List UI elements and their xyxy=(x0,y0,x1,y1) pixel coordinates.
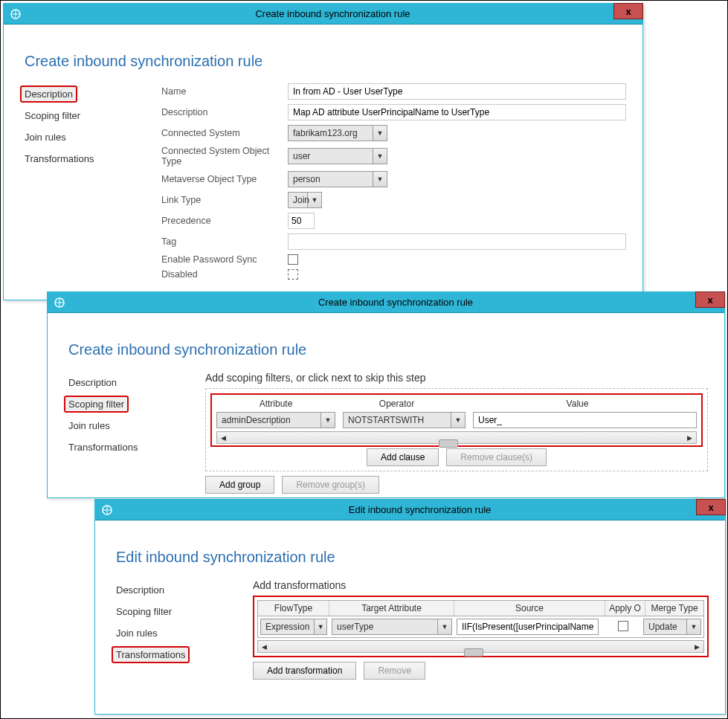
select-merge-type[interactable]: Update▼ xyxy=(643,619,701,635)
add-clause-button[interactable]: Add clause xyxy=(367,448,439,466)
add-transformation-button[interactable]: Add transformation xyxy=(253,662,356,680)
wizard-sidebar: Description Scoping filter Join rules Tr… xyxy=(20,83,161,284)
input-source[interactable] xyxy=(457,619,599,635)
col-target-attribute: Target Attribute xyxy=(329,601,454,616)
select-attribute[interactable]: adminDescription▼ xyxy=(216,412,335,428)
wizard-sidebar: Description Scoping filter Join rules Tr… xyxy=(112,579,253,680)
col-source: Source xyxy=(454,601,605,616)
label-name: Name xyxy=(161,86,288,97)
window-title: Create inbound synchronization rule xyxy=(23,8,642,19)
label-description: Description xyxy=(161,107,288,117)
sidebar-item-join-rules[interactable]: Join rules xyxy=(112,625,162,642)
window-edit-rule-transformations: Edit inbound synchronization rule x Edit… xyxy=(94,499,726,715)
col-flowtype: FlowType xyxy=(258,601,329,616)
window-create-rule-description: Create inbound synchronization rule x Cr… xyxy=(3,3,643,300)
sidebar-item-transformations[interactable]: Transformations xyxy=(20,150,98,167)
sidebar-item-transformations[interactable]: Transformations xyxy=(112,646,190,663)
input-tag[interactable] xyxy=(288,233,626,250)
chevron-down-icon: ▼ xyxy=(308,196,321,204)
chevron-down-icon: ▼ xyxy=(451,416,465,424)
remove-group-button: Remove group(s) xyxy=(282,476,379,494)
close-button[interactable]: x xyxy=(695,291,725,308)
page-heading: Create inbound synchronization rule xyxy=(25,53,626,70)
scroll-left-icon[interactable]: ◀ xyxy=(258,641,271,652)
scoping-clause-highlight: Attribute Operator Value adminDescriptio… xyxy=(210,393,703,447)
select-target-attribute[interactable]: userType▼ xyxy=(332,619,452,635)
select-flowtype[interactable]: Expression▼ xyxy=(260,619,327,635)
chevron-down-icon: ▼ xyxy=(315,623,326,631)
label-metaverse-object-type: Metaverse Object Type xyxy=(161,174,288,184)
label-precedence: Precedence xyxy=(161,216,288,226)
app-icon xyxy=(100,503,115,518)
checkbox-enable-password-sync[interactable] xyxy=(288,254,298,265)
input-description[interactable] xyxy=(288,104,626,120)
sidebar-item-description[interactable]: Description xyxy=(64,374,121,391)
col-attribute: Attribute xyxy=(216,399,335,409)
label-connected-system: Connected System xyxy=(161,128,288,138)
select-connected-system[interactable]: fabrikam123.org▼ xyxy=(288,125,387,141)
scroll-thumb[interactable] xyxy=(464,648,483,657)
scoping-instruction: Add scoping filters, or click next to sk… xyxy=(205,372,708,384)
col-operator: Operator xyxy=(335,399,458,409)
chevron-down-icon: ▼ xyxy=(373,175,387,183)
sidebar-item-description[interactable]: Description xyxy=(20,86,77,103)
input-value[interactable] xyxy=(473,412,697,428)
wizard-sidebar: Description Scoping filter Join rules Tr… xyxy=(64,372,205,494)
select-metaverse-object-type[interactable]: person▼ xyxy=(288,171,387,187)
chevron-down-icon: ▼ xyxy=(373,152,387,160)
window-title: Create inbound synchronization rule xyxy=(67,297,724,308)
sidebar-item-scoping-filter[interactable]: Scoping filter xyxy=(64,396,129,413)
col-apply-once: Apply O xyxy=(605,601,645,616)
col-value: Value xyxy=(458,399,697,409)
scroll-thumb[interactable] xyxy=(439,439,458,448)
horizontal-scrollbar[interactable]: ◀ ▶ xyxy=(257,640,704,653)
label-connected-system-object-type: Connected System Object Type xyxy=(161,146,288,167)
window-title: Edit inbound synchronization rule xyxy=(115,504,725,515)
chevron-down-icon: ▼ xyxy=(373,129,387,137)
scroll-right-icon[interactable]: ▶ xyxy=(691,641,703,652)
close-button[interactable]: x xyxy=(613,3,643,19)
remove-clause-button: Remove clause(s) xyxy=(446,448,547,466)
app-icon xyxy=(52,295,67,310)
add-group-button[interactable]: Add group xyxy=(205,476,274,494)
select-operator[interactable]: NOTSTARTSWITH▼ xyxy=(343,412,466,428)
select-link-type[interactable]: Join▼ xyxy=(288,192,322,208)
label-enable-password-sync: Enable Password Sync xyxy=(161,254,288,265)
page-heading: Create inbound synchronization rule xyxy=(68,341,708,358)
titlebar[interactable]: Edit inbound synchronization rule x xyxy=(95,500,725,520)
sidebar-item-join-rules[interactable]: Join rules xyxy=(64,417,115,434)
label-tag: Tag xyxy=(161,236,288,247)
transformations-grid-header: FlowType Target Attribute Source Apply O… xyxy=(257,600,704,616)
titlebar[interactable]: Create inbound synchronization rule x xyxy=(48,292,724,313)
chevron-down-icon: ▼ xyxy=(438,623,451,631)
close-button[interactable]: x xyxy=(696,499,726,515)
checkbox-disabled[interactable] xyxy=(288,269,298,280)
remove-transformation-button: Remove xyxy=(364,662,425,680)
window-create-rule-scoping: Create inbound synchronization rule x Cr… xyxy=(47,291,725,498)
sidebar-item-scoping-filter[interactable]: Scoping filter xyxy=(20,107,85,124)
page-heading: Edit inbound synchronization rule xyxy=(116,549,709,566)
input-name[interactable] xyxy=(288,83,626,100)
col-merge-type: Merge Type xyxy=(645,601,703,616)
transformations-highlight: FlowType Target Attribute Source Apply O… xyxy=(253,596,709,657)
scoping-group: Attribute Operator Value adminDescriptio… xyxy=(205,388,708,471)
chevron-down-icon: ▼ xyxy=(687,623,700,631)
sidebar-item-scoping-filter[interactable]: Scoping filter xyxy=(112,603,176,620)
label-link-type: Link Type xyxy=(161,195,288,205)
app-icon xyxy=(8,7,23,22)
scroll-left-icon[interactable]: ◀ xyxy=(217,432,230,443)
select-connected-system-object-type[interactable]: user▼ xyxy=(288,148,387,164)
sidebar-item-join-rules[interactable]: Join rules xyxy=(20,129,71,146)
transformations-grid-row: Expression▼ userType▼ Update▼ xyxy=(257,616,704,638)
sidebar-item-description[interactable]: Description xyxy=(112,581,169,599)
input-precedence[interactable] xyxy=(288,213,315,229)
transformations-heading: Add transformations xyxy=(253,579,709,591)
label-disabled: Disabled xyxy=(161,269,288,280)
horizontal-scrollbar[interactable]: ◀ ▶ xyxy=(216,431,697,444)
scroll-right-icon[interactable]: ▶ xyxy=(683,432,696,443)
chevron-down-icon: ▼ xyxy=(321,416,335,424)
titlebar[interactable]: Create inbound synchronization rule x xyxy=(4,4,642,25)
sidebar-item-transformations[interactable]: Transformations xyxy=(64,439,142,456)
checkbox-apply-once[interactable] xyxy=(618,621,628,631)
